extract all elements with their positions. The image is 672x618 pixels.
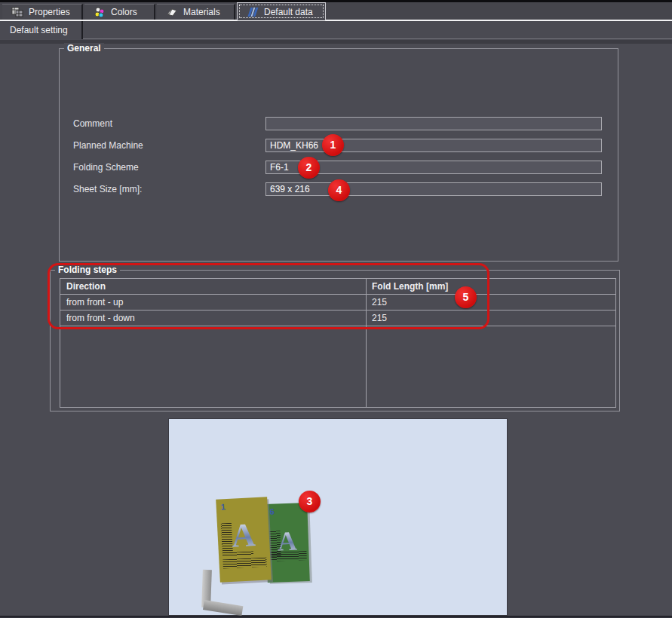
sheet-page-number: 1 bbox=[220, 502, 226, 511]
annotation-badge-1: 1 bbox=[322, 134, 344, 156]
sheet-fine-print bbox=[221, 523, 233, 555]
default-data-icon bbox=[247, 6, 259, 18]
materials-icon bbox=[166, 6, 178, 18]
main-tab-bar: Properties Colors Materials bbox=[0, 0, 672, 20]
table-row[interactable]: from front - up 215 bbox=[60, 295, 615, 311]
folding-steps-group-title: Folding steps bbox=[55, 265, 120, 275]
general-groupbox: General bbox=[59, 48, 618, 262]
properties-icon bbox=[11, 6, 23, 18]
tab-properties[interactable]: Properties bbox=[2, 4, 83, 20]
tab-label: Colors bbox=[111, 7, 137, 17]
sheet-preview-viewport[interactable]: 1 A 6 A 3 bbox=[168, 418, 508, 616]
comment-input[interactable] bbox=[265, 117, 602, 130]
tab-default-setting[interactable]: Default setting bbox=[0, 21, 83, 39]
tab-materials[interactable]: Materials bbox=[157, 4, 235, 20]
general-group-title: General bbox=[64, 43, 104, 54]
column-header-direction: Direction bbox=[60, 281, 366, 292]
comment-label: Comment bbox=[73, 118, 112, 129]
cell-fold-length: 215 bbox=[366, 313, 615, 323]
sheet-fine-print bbox=[222, 551, 253, 556]
tab-label: Default data bbox=[264, 7, 313, 17]
annotation-badge-2: 2 bbox=[298, 157, 320, 179]
sheet-fine-print bbox=[270, 551, 306, 561]
preview-sheet-back: 6 A bbox=[265, 503, 310, 583]
folding-steps-groupbox: Folding steps Direction Fold Length [mm]… bbox=[50, 270, 620, 411]
colors-icon bbox=[94, 6, 106, 18]
tabbar-underline bbox=[0, 20, 672, 21]
sheet-size-label: Sheet Size [mm]: bbox=[73, 184, 142, 194]
planned-machine-label: Planned Machine bbox=[73, 140, 143, 151]
annotation-badge-4: 4 bbox=[328, 179, 350, 201]
planned-machine-input[interactable] bbox=[265, 139, 602, 152]
folding-scheme-label: Folding Scheme bbox=[73, 162, 139, 173]
column-header-fold-length: Fold Length [mm] bbox=[366, 281, 615, 292]
preview-sheet-front: 1 A bbox=[216, 497, 272, 582]
folding-steps-table: Direction Fold Length [mm] from front - … bbox=[60, 278, 616, 408]
annotation-badge-5: 5 bbox=[455, 286, 477, 308]
annotation-badge-3: 3 bbox=[299, 491, 321, 512]
cell-direction: from front - down bbox=[60, 313, 366, 323]
tab-colors[interactable]: Colors bbox=[84, 4, 155, 20]
table-header-row: Direction Fold Length [mm] bbox=[60, 279, 615, 295]
cell-direction: from front - up bbox=[60, 297, 366, 307]
tab-label: Materials bbox=[183, 7, 220, 17]
cell-fold-length: 215 bbox=[366, 297, 615, 307]
sheet-size-input[interactable] bbox=[265, 182, 602, 196]
sheet-fine-print bbox=[222, 557, 266, 568]
tab-default-data[interactable]: Default data bbox=[237, 2, 326, 20]
subtab-label: Default setting bbox=[10, 25, 68, 35]
sub-tab-bar: Default setting bbox=[0, 21, 672, 39]
table-row[interactable]: from front - down 215 bbox=[60, 311, 615, 326]
tab-label: Properties bbox=[29, 7, 70, 17]
angle-ruler-horizontal bbox=[203, 600, 243, 616]
sheet-page-number: 6 bbox=[269, 507, 275, 516]
